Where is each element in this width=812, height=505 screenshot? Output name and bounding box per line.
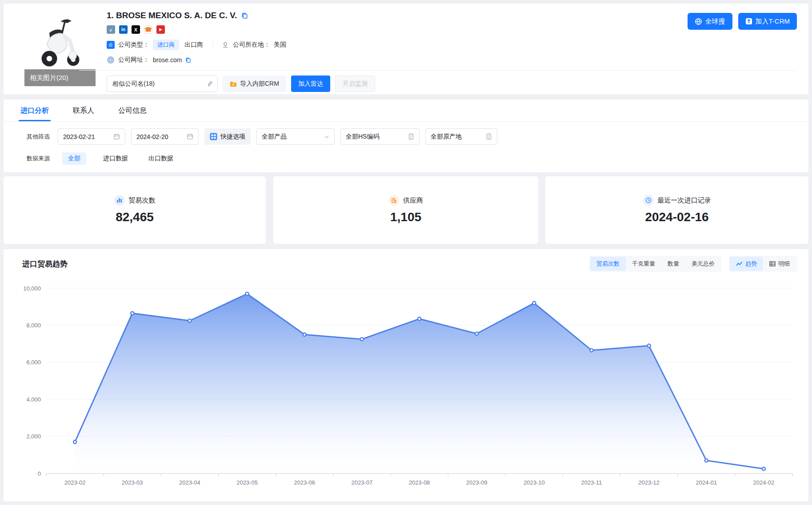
- svg-text:2023-06: 2023-06: [294, 479, 315, 486]
- chart-title: 进口贸易趋势: [22, 259, 68, 269]
- scooter-image: [27, 14, 94, 70]
- chevron-down-icon: [324, 134, 329, 139]
- global-search-button[interactable]: 全球搜: [688, 13, 732, 30]
- related-images-label: 相关图片(20): [30, 74, 68, 82]
- youtube-icon[interactable]: ▶: [156, 25, 165, 34]
- svg-text:2023-12: 2023-12: [638, 479, 660, 486]
- top-right-actions: 全球搜 加入T-CRM: [688, 13, 797, 30]
- location-value: 美国: [274, 41, 286, 49]
- tab-import-analysis[interactable]: 进口分析: [20, 99, 50, 121]
- metric-quantity[interactable]: 数量: [661, 257, 685, 271]
- stat-value-trade-count: 82,465: [4, 210, 266, 224]
- copy-icon[interactable]: [241, 12, 248, 19]
- datasource-option-export[interactable]: 出口数据: [148, 155, 173, 163]
- svg-text:2023-10: 2023-10: [524, 479, 545, 486]
- grid-icon: [210, 133, 217, 140]
- metric-trade-count[interactable]: 贸易次数: [590, 257, 626, 271]
- trend-area-chart[interactable]: 02,0004,0006,0008,00010,0002023-022023-0…: [19, 278, 797, 498]
- location-icon: [221, 41, 229, 49]
- svg-text:2023-05: 2023-05: [236, 479, 258, 486]
- calendar-icon: [113, 133, 120, 140]
- view-detail[interactable]: 明细: [763, 257, 796, 271]
- social-icons: e in X ☎ ▶: [107, 25, 286, 34]
- browser-icon[interactable]: e: [107, 25, 115, 34]
- import-crm-button[interactable]: 导入内部CRM: [223, 76, 286, 92]
- link-icon[interactable]: [207, 80, 213, 87]
- table-icon: [769, 261, 776, 266]
- svg-text:2023-03: 2023-03: [122, 479, 143, 486]
- svg-text:2023-02: 2023-02: [64, 479, 86, 486]
- svg-text:2024-01: 2024-01: [696, 479, 717, 486]
- company-header-card: 相关图片(20) 1. BROSE MEXICO S. A. DE C. V. …: [4, 4, 808, 94]
- tab-contacts[interactable]: 联系人: [72, 99, 95, 121]
- quick-options-button[interactable]: 快捷选项: [204, 128, 251, 145]
- metric-kg-weight[interactable]: 千克重量: [626, 257, 661, 271]
- add-radar-button[interactable]: 加入雷达: [291, 76, 330, 92]
- tab-company-info[interactable]: 公司信息: [117, 99, 148, 121]
- svg-text:2023-04: 2023-04: [179, 479, 200, 486]
- datasource-option-import[interactable]: 进口数据: [103, 155, 128, 163]
- company-product-image[interactable]: 相关图片(20): [24, 12, 96, 86]
- product-select[interactable]: 全部产品: [256, 128, 335, 145]
- stat-card-suppliers: 供应商 1,105: [273, 176, 538, 244]
- company-type-icon: 企: [107, 41, 115, 49]
- svg-text:2023-07: 2023-07: [351, 479, 372, 486]
- add-tcrm-button[interactable]: 加入T-CRM: [738, 13, 797, 30]
- page: 相关图片(20) 1. BROSE MEXICO S. A. DE C. V. …: [0, 0, 812, 505]
- other-filters-label: 其他筛选: [27, 133, 50, 141]
- calendar-icon: [187, 133, 193, 140]
- end-date-input[interactable]: 2024-02-20: [131, 128, 199, 145]
- datasource-label: 数据来源: [27, 155, 50, 163]
- trend-chart-card: 进口贸易趋势 贸易次数 千克重量 数量 美元总价 趋势: [4, 249, 808, 501]
- copy-icon[interactable]: [185, 57, 191, 63]
- globe-icon: [695, 18, 702, 25]
- stat-label: 最近一次进口记录: [658, 196, 711, 205]
- metric-usd-total[interactable]: 美元总价: [685, 257, 721, 271]
- related-images-badge[interactable]: 相关图片(20): [24, 69, 96, 86]
- list-icon: [486, 133, 492, 140]
- stat-label: 贸易次数: [129, 196, 156, 205]
- stat-value-suppliers: 1,105: [273, 210, 538, 224]
- view-trend[interactable]: 趋势: [730, 257, 763, 271]
- stat-label: 供应商: [403, 196, 423, 205]
- analysis-card: 进口分析 联系人 公司信息 其他筛选 2023-02-21 2024-02-20: [4, 99, 808, 172]
- svg-text:2023-08: 2023-08: [409, 479, 430, 486]
- start-date-input[interactable]: 2023-02-21: [58, 128, 125, 145]
- folder-icon: [230, 81, 237, 87]
- filter-row: 其他筛选 2023-02-21 2024-02-20: [27, 128, 808, 145]
- chart-controls: 贸易次数 千克重量 数量 美元总价 趋势: [589, 256, 797, 272]
- datasource-row: 数据来源 全部 进口数据 出口数据: [27, 152, 808, 165]
- view-segmented-control: 趋势 明细: [729, 256, 797, 272]
- header-actions: 导入内部CRM 加入雷达 开启监测: [107, 76, 375, 92]
- location-label: 公司所在地：: [233, 41, 270, 49]
- origin-select[interactable]: 全部原产地: [425, 128, 497, 145]
- website-value[interactable]: brose.com: [153, 56, 182, 64]
- website-label: 公司网址：: [118, 56, 149, 64]
- list-icon: [408, 133, 414, 140]
- divider: [213, 41, 213, 48]
- svg-text:6,000: 6,000: [26, 359, 41, 366]
- datasource-option-all[interactable]: 全部: [62, 152, 86, 165]
- x-icon[interactable]: X: [132, 25, 140, 34]
- tab-bar: 进口分析 联系人 公司信息: [4, 99, 808, 122]
- bar-chart-icon: [114, 195, 125, 206]
- line-chart-icon: [736, 261, 743, 266]
- stat-value-last-import: 2024-02-16: [545, 210, 808, 224]
- company-type-importer-tag[interactable]: 进口商: [153, 40, 179, 50]
- linkedin-icon[interactable]: in: [119, 25, 128, 34]
- svg-text:2,000: 2,000: [26, 433, 41, 440]
- similar-company-input[interactable]: [107, 76, 218, 92]
- company-name: 1. BROSE MEXICO S. A. DE C. V.: [107, 11, 237, 20]
- start-monitor-button[interactable]: 开启监测: [335, 76, 375, 92]
- divider: [79, 70, 797, 71]
- globe-icon: [107, 56, 115, 64]
- hs-code-select[interactable]: 全部HS编码: [340, 128, 420, 145]
- metric-segmented-control: 贸易次数 千克重量 数量 美元总价: [589, 256, 722, 272]
- company-type-exporter-tag[interactable]: 出口商: [183, 40, 205, 50]
- svg-text:10,000: 10,000: [23, 285, 41, 292]
- svg-text:4,000: 4,000: [26, 396, 41, 403]
- tcrm-icon: [745, 18, 752, 25]
- stat-card-trade-count: 贸易次数 82,465: [4, 176, 266, 244]
- phone-icon[interactable]: ☎: [144, 25, 152, 34]
- svg-text:8,000: 8,000: [26, 322, 41, 329]
